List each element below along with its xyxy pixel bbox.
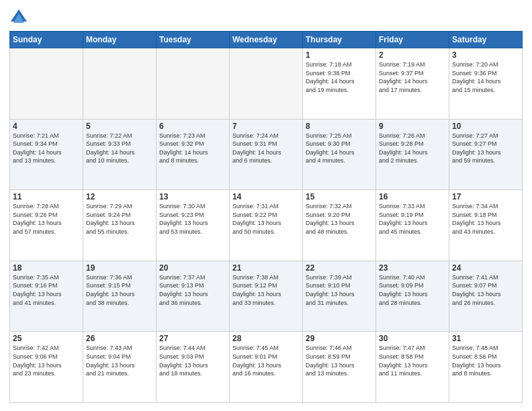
calendar-cell: 11Sunrise: 7:28 AM Sunset: 9:26 PM Dayli…: [10, 190, 83, 261]
day-info: Sunrise: 7:28 AM Sunset: 9:26 PM Dayligh…: [13, 202, 80, 236]
weekday-tuesday: Tuesday: [157, 32, 230, 48]
day-info: Sunrise: 7:36 AM Sunset: 9:15 PM Dayligh…: [86, 273, 153, 307]
day-number: 12: [86, 192, 153, 201]
day-number: 6: [159, 122, 226, 131]
day-number: 5: [86, 122, 153, 131]
calendar-cell: 2Sunrise: 7:19 AM Sunset: 9:37 PM Daylig…: [376, 48, 449, 120]
calendar-cell: 23Sunrise: 7:40 AM Sunset: 9:09 PM Dayli…: [376, 261, 449, 332]
day-info: Sunrise: 7:45 AM Sunset: 9:01 PM Dayligh…: [232, 344, 300, 377]
calendar-cell: 6Sunrise: 7:23 AM Sunset: 9:32 PM Daylig…: [157, 119, 230, 190]
calendar-cell: 1Sunrise: 7:18 AM Sunset: 9:38 PM Daylig…: [303, 48, 376, 120]
calendar-cell: 13Sunrise: 7:30 AM Sunset: 9:23 PM Dayli…: [157, 190, 230, 261]
day-info: Sunrise: 7:19 AM Sunset: 9:37 PM Dayligh…: [379, 60, 446, 94]
day-number: 9: [379, 122, 446, 131]
day-info: Sunrise: 7:26 AM Sunset: 9:28 PM Dayligh…: [379, 132, 446, 165]
day-number: 19: [86, 263, 153, 273]
day-number: 8: [306, 122, 373, 131]
day-number: 16: [379, 192, 446, 201]
day-number: 14: [232, 192, 300, 201]
day-info: Sunrise: 7:47 AM Sunset: 8:58 PM Dayligh…: [379, 344, 446, 377]
calendar-cell: 9Sunrise: 7:26 AM Sunset: 9:28 PM Daylig…: [376, 119, 449, 190]
calendar-cell: 26Sunrise: 7:43 AM Sunset: 9:04 PM Dayli…: [83, 332, 157, 403]
calendar-cell: 14Sunrise: 7:31 AM Sunset: 9:22 PM Dayli…: [230, 190, 303, 261]
day-info: Sunrise: 7:25 AM Sunset: 9:30 PM Dayligh…: [306, 132, 373, 165]
day-info: Sunrise: 7:34 AM Sunset: 9:18 PM Dayligh…: [452, 202, 519, 236]
day-number: 28: [232, 334, 300, 343]
weekday-thursday: Thursday: [303, 32, 376, 48]
calendar-cell: 30Sunrise: 7:47 AM Sunset: 8:58 PM Dayli…: [376, 332, 449, 403]
day-info: Sunrise: 7:41 AM Sunset: 9:07 PM Dayligh…: [452, 273, 519, 307]
day-number: 2: [379, 50, 446, 60]
day-info: Sunrise: 7:24 AM Sunset: 9:31 PM Dayligh…: [232, 132, 300, 165]
day-number: 23: [379, 263, 446, 273]
week-row-5: 25Sunrise: 7:42 AM Sunset: 9:06 PM Dayli…: [10, 332, 523, 403]
day-info: Sunrise: 7:21 AM Sunset: 9:34 PM Dayligh…: [13, 132, 80, 165]
day-info: Sunrise: 7:42 AM Sunset: 9:06 PM Dayligh…: [13, 344, 80, 377]
calendar-cell: 22Sunrise: 7:39 AM Sunset: 9:10 PM Dayli…: [303, 261, 376, 332]
day-number: 25: [13, 334, 80, 343]
day-number: 24: [452, 263, 519, 273]
day-number: 30: [379, 334, 446, 343]
logo: [9, 8, 31, 27]
calendar-cell: 10Sunrise: 7:27 AM Sunset: 9:27 PM Dayli…: [449, 119, 523, 190]
calendar-table: SundayMondayTuesdayWednesdayThursdayFrid…: [9, 31, 523, 403]
calendar-cell: 31Sunrise: 7:48 AM Sunset: 8:56 PM Dayli…: [449, 332, 523, 403]
day-info: Sunrise: 7:48 AM Sunset: 8:56 PM Dayligh…: [452, 344, 519, 377]
day-info: Sunrise: 7:18 AM Sunset: 9:38 PM Dayligh…: [306, 60, 373, 94]
day-info: Sunrise: 7:44 AM Sunset: 9:03 PM Dayligh…: [159, 344, 226, 377]
calendar-cell: 25Sunrise: 7:42 AM Sunset: 9:06 PM Dayli…: [10, 332, 83, 403]
weekday-sunday: Sunday: [10, 32, 83, 48]
day-number: 22: [306, 263, 373, 273]
day-number: 31: [452, 334, 519, 343]
day-number: 27: [159, 334, 226, 343]
day-info: Sunrise: 7:33 AM Sunset: 9:19 PM Dayligh…: [379, 202, 446, 236]
day-number: 17: [452, 192, 519, 201]
day-number: 3: [452, 50, 519, 60]
day-info: Sunrise: 7:27 AM Sunset: 9:27 PM Dayligh…: [452, 132, 519, 165]
calendar-cell: [10, 48, 83, 120]
day-number: 21: [232, 263, 300, 273]
calendar-cell: 8Sunrise: 7:25 AM Sunset: 9:30 PM Daylig…: [303, 119, 376, 190]
calendar-cell: [230, 48, 303, 120]
calendar-cell: 24Sunrise: 7:41 AM Sunset: 9:07 PM Dayli…: [449, 261, 523, 332]
day-info: Sunrise: 7:40 AM Sunset: 9:09 PM Dayligh…: [379, 273, 446, 307]
weekday-saturday: Saturday: [449, 32, 523, 48]
week-row-3: 11Sunrise: 7:28 AM Sunset: 9:26 PM Dayli…: [10, 190, 523, 261]
calendar-cell: 27Sunrise: 7:44 AM Sunset: 9:03 PM Dayli…: [157, 332, 230, 403]
calendar-cell: [157, 48, 230, 120]
day-info: Sunrise: 7:35 AM Sunset: 9:16 PM Dayligh…: [13, 273, 80, 307]
week-row-2: 4Sunrise: 7:21 AM Sunset: 9:34 PM Daylig…: [10, 119, 523, 190]
day-number: 29: [306, 334, 373, 343]
calendar-cell: 7Sunrise: 7:24 AM Sunset: 9:31 PM Daylig…: [230, 119, 303, 190]
calendar-cell: 29Sunrise: 7:46 AM Sunset: 8:59 PM Dayli…: [303, 332, 376, 403]
day-number: 11: [13, 192, 80, 201]
calendar-cell: 3Sunrise: 7:20 AM Sunset: 9:36 PM Daylig…: [449, 48, 523, 120]
calendar-cell: 4Sunrise: 7:21 AM Sunset: 9:34 PM Daylig…: [10, 119, 83, 190]
day-number: 15: [306, 192, 373, 201]
day-info: Sunrise: 7:46 AM Sunset: 8:59 PM Dayligh…: [306, 344, 373, 377]
day-number: 13: [159, 192, 226, 201]
calendar-cell: 19Sunrise: 7:36 AM Sunset: 9:15 PM Dayli…: [83, 261, 157, 332]
day-info: Sunrise: 7:38 AM Sunset: 9:12 PM Dayligh…: [232, 273, 300, 307]
calendar-cell: 16Sunrise: 7:33 AM Sunset: 9:19 PM Dayli…: [376, 190, 449, 261]
calendar-cell: 18Sunrise: 7:35 AM Sunset: 9:16 PM Dayli…: [10, 261, 83, 332]
day-info: Sunrise: 7:30 AM Sunset: 9:23 PM Dayligh…: [159, 202, 226, 236]
weekday-friday: Friday: [376, 32, 449, 48]
calendar-cell: 20Sunrise: 7:37 AM Sunset: 9:13 PM Dayli…: [157, 261, 230, 332]
calendar-cell: [83, 48, 157, 120]
weekday-monday: Monday: [83, 32, 157, 48]
day-number: 26: [86, 334, 153, 343]
header: [9, 8, 523, 27]
calendar-cell: 5Sunrise: 7:22 AM Sunset: 9:33 PM Daylig…: [83, 119, 157, 190]
day-number: 4: [13, 122, 80, 131]
logo-icon: [9, 8, 28, 27]
calendar-cell: 17Sunrise: 7:34 AM Sunset: 9:18 PM Dayli…: [449, 190, 523, 261]
day-info: Sunrise: 7:29 AM Sunset: 9:24 PM Dayligh…: [86, 202, 153, 236]
day-number: 10: [452, 122, 519, 131]
day-info: Sunrise: 7:20 AM Sunset: 9:36 PM Dayligh…: [452, 60, 519, 94]
day-number: 7: [232, 122, 300, 131]
weekday-wednesday: Wednesday: [230, 32, 303, 48]
day-number: 1: [306, 50, 373, 60]
day-info: Sunrise: 7:23 AM Sunset: 9:32 PM Dayligh…: [159, 132, 226, 165]
weekday-header-row: SundayMondayTuesdayWednesdayThursdayFrid…: [10, 32, 523, 48]
